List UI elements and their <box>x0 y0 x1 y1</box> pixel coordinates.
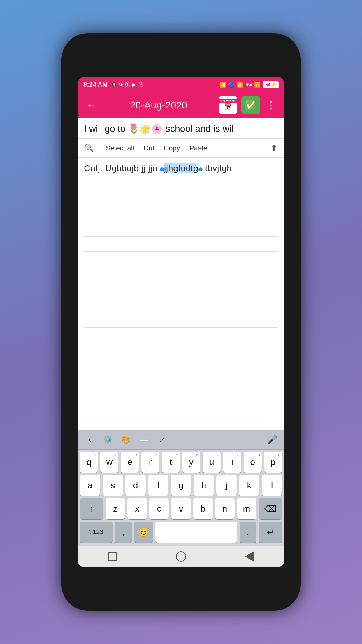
key-row-4: ?123 , 😊 . ↵ <box>80 522 282 542</box>
toolbar-divider <box>99 143 99 153</box>
nav-bar <box>78 546 284 567</box>
note-line-1-text: Cnfj. Ugbbujb jj jjn jjhgfudtg tbvjfgh <box>84 163 232 173</box>
key-r-num: 4 <box>155 453 158 457</box>
search-icon: 🔍 <box>84 144 94 153</box>
key-n[interactable]: n <box>215 498 235 519</box>
keyboard-type-button[interactable]: ⌨️ <box>136 432 152 447</box>
key-period[interactable]: . <box>240 522 256 542</box>
note-line-8 <box>84 267 278 282</box>
key-s[interactable]: s <box>103 475 123 496</box>
key-symbols[interactable]: ?123 <box>80 522 113 542</box>
paste-button[interactable]: Paste <box>185 142 211 155</box>
nav-square-icon <box>108 552 117 561</box>
keyboard-resize-button[interactable]: ⤢ <box>154 432 170 447</box>
more-options-button[interactable]: ⋮ <box>264 97 278 113</box>
key-u[interactable]: 7u <box>203 452 221 473</box>
key-z[interactable]: z <box>106 498 125 519</box>
key-w[interactable]: 2w <box>100 452 118 473</box>
first-line-text: I will go to 🌷🌟🌸 school and is wil <box>84 123 233 134</box>
key-q-num: 1 <box>94 453 96 457</box>
key-c[interactable]: c <box>149 498 169 519</box>
keyboard-mic-button[interactable]: 🎤 <box>265 432 280 447</box>
phone-screen: 8:14 AM 🔇 ⟳ ⓕ ▶ Ⓟ ··· 📶 🔵 📶 4G 📶 54⚡ <box>78 77 284 567</box>
key-space[interactable] <box>155 522 237 542</box>
key-a[interactable]: a <box>80 475 100 496</box>
key-row-1: 1q 2w 3e 4r 5t 6y 7u 8i 9o 0p <box>80 452 282 473</box>
status-bar: 8:14 AM 🔇 ⟳ ⓕ ▶ Ⓟ ··· 📶 🔵 📶 4G 📶 54⚡ <box>78 77 284 92</box>
key-l[interactable]: l <box>262 475 282 496</box>
key-comma[interactable]: , <box>115 522 132 542</box>
key-y-num: 6 <box>196 453 198 457</box>
key-v[interactable]: v <box>171 498 191 519</box>
note-line-11 <box>84 312 278 328</box>
status-icons: 🔇 ⟳ ⓕ ▶ Ⓟ ··· <box>111 81 149 88</box>
key-p[interactable]: 0p <box>264 452 282 473</box>
status-time: 8:14 AM <box>83 81 108 88</box>
key-i[interactable]: 8i <box>223 452 241 473</box>
key-row-2: a s d f g h j k l <box>80 475 282 496</box>
key-k[interactable]: k <box>239 475 259 496</box>
nav-circle-icon <box>176 551 186 562</box>
key-w-num: 2 <box>115 453 117 457</box>
keyboard-settings-button[interactable]: ⚙️ <box>100 432 115 447</box>
key-enter[interactable]: ↵ <box>259 522 282 542</box>
backspace-key[interactable]: ⌫ <box>259 498 282 519</box>
key-b[interactable]: b <box>193 498 213 519</box>
key-t-num: 5 <box>176 453 178 457</box>
key-r[interactable]: 4r <box>141 452 159 473</box>
key-x[interactable]: x <box>127 498 147 519</box>
back-button[interactable]: ← <box>84 97 99 113</box>
note-line-7 <box>84 252 278 267</box>
first-line: I will go to 🌷🌟🌸 school and is wil <box>78 118 284 139</box>
key-t[interactable]: 5t <box>162 452 180 473</box>
app-bar: ← 20-Aug-2020 CALENDAR 📅 ✅ ⋮ <box>78 92 284 118</box>
phone-frame: 8:14 AM 🔇 ⟳ ⓕ ▶ Ⓟ ··· 📶 🔵 📶 4G 📶 54⚡ <box>61 33 301 611</box>
key-u-num: 7 <box>217 453 219 457</box>
key-f[interactable]: f <box>148 475 168 496</box>
app-bar-actions: CALENDAR 📅 ✅ ⋮ <box>219 96 278 114</box>
share-button[interactable]: ⬆ <box>268 141 280 155</box>
key-g[interactable]: g <box>171 475 191 496</box>
keyboard-toolbar-separator <box>174 434 174 446</box>
key-row-3: ↑ z x c v b n m ⌫ <box>80 498 282 519</box>
checklist-button[interactable]: ✅ <box>241 96 260 114</box>
note-line-10 <box>84 297 278 312</box>
youtube-icon: ▶ <box>132 81 136 88</box>
nav-square-button[interactable] <box>104 548 121 565</box>
select-all-button[interactable]: Select all <box>102 142 138 155</box>
note-line-5 <box>84 221 278 237</box>
nav-triangle-icon <box>245 551 254 562</box>
keyboard-toolbar: ‹ ⚙️ 🎨 ⌨️ ⤢ ··· 🎤 <box>78 430 284 450</box>
search-button[interactable]: 🔍 <box>82 141 96 155</box>
key-d[interactable]: d <box>125 475 146 496</box>
circle-icon: ⓕ <box>125 81 130 88</box>
key-e[interactable]: 3e <box>121 452 139 473</box>
nav-home-button[interactable] <box>172 548 190 565</box>
key-h[interactable]: h <box>194 475 214 496</box>
dots-icon: ··· <box>145 82 149 88</box>
nav-back-button[interactable] <box>241 548 258 565</box>
key-p-num: 0 <box>278 453 280 457</box>
copy-button[interactable]: Copy <box>160 142 184 155</box>
key-j[interactable]: j <box>216 475 237 496</box>
note-line-1: Cnfj. Ugbbujb jj jjn jjhgfudtg tbvjfgh <box>84 161 278 176</box>
keyboard-theme-button[interactable]: 🎨 <box>118 432 133 447</box>
app-title: 20-Aug-2020 <box>103 99 214 111</box>
key-o-num: 9 <box>258 453 260 457</box>
shift-key[interactable]: ↑ <box>80 498 103 519</box>
selected-text: jjhgfudtg <box>164 163 198 173</box>
keyboard-more-button[interactable]: ··· <box>178 432 193 447</box>
status-right: 📶 🔵 📶 4G 📶 54⚡ <box>219 81 279 88</box>
note-line-6 <box>84 237 278 252</box>
bluetooth-icon: 🔵 <box>228 81 235 88</box>
key-y[interactable]: 6y <box>182 452 200 473</box>
note-area[interactable]: Cnfj. Ugbbujb jj jjn jjhgfudtg tbvjfgh <box>78 158 284 430</box>
patreon-icon: Ⓟ <box>138 81 143 88</box>
cut-button[interactable]: Cut <box>139 142 158 155</box>
key-m[interactable]: m <box>237 498 256 519</box>
key-q[interactable]: 1q <box>80 452 98 473</box>
key-o[interactable]: 9o <box>244 452 262 473</box>
key-emoji[interactable]: 😊 <box>134 522 153 542</box>
calendar-button[interactable]: CALENDAR 📅 <box>219 96 237 114</box>
keyboard-back-button[interactable]: ‹ <box>82 432 97 447</box>
